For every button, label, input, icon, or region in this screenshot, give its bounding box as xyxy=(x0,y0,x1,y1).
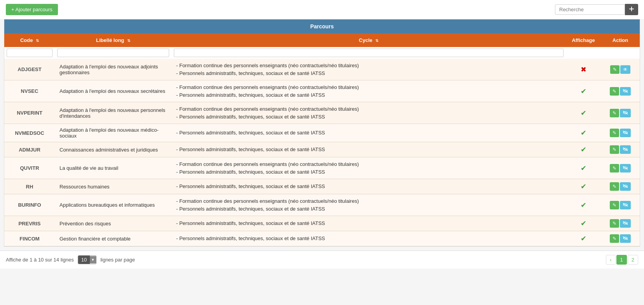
hide-button[interactable] xyxy=(620,234,631,243)
cell-action: ✎ xyxy=(601,216,640,231)
per-page-label: lignes par page xyxy=(100,257,135,263)
cell-affichage: ✔ xyxy=(566,216,601,231)
check-icon: ✔ xyxy=(581,87,586,95)
cell-cycle: - Formation continue des personnels ense… xyxy=(172,80,566,102)
edit-button[interactable]: ✎ xyxy=(610,87,619,96)
search-container xyxy=(555,4,638,15)
cell-cycle: - Formation continue des personnels ense… xyxy=(172,102,566,124)
filter-row xyxy=(4,47,640,59)
filter-libelle-input[interactable] xyxy=(57,49,169,57)
eye-button[interactable]: 👁 xyxy=(620,65,630,74)
cell-code: QUVITR xyxy=(4,157,55,179)
per-page-arrow-icon[interactable]: ▾ xyxy=(90,256,96,263)
edit-button[interactable]: ✎ xyxy=(610,182,619,191)
cell-action: ✎ xyxy=(601,124,640,142)
cell-affichage: ✔ xyxy=(566,124,601,142)
svg-rect-1 xyxy=(631,7,632,11)
hide-button[interactable] xyxy=(620,164,631,173)
footer-info: Affiche de 1 à 10 sur 14 lignes xyxy=(6,257,74,263)
cell-action: ✎ xyxy=(601,142,640,157)
edit-button[interactable]: ✎ xyxy=(610,164,619,173)
cell-cycle: - Formation continue des personnels ense… xyxy=(172,59,566,80)
cell-cycle: - Personnels administratifs, techniques,… xyxy=(172,124,566,142)
edit-button[interactable]: ✎ xyxy=(610,145,619,154)
cell-action: ✎ xyxy=(601,179,640,194)
cell-code: ADJGEST xyxy=(4,59,55,80)
hide-button[interactable] xyxy=(620,129,631,137)
cell-affichage: ✔ xyxy=(566,194,601,216)
cell-action: ✎👁 xyxy=(601,59,640,80)
parcours-table: Code ⇅ Libellé long ⇅ Cycle ⇅ Affichage … xyxy=(4,33,640,246)
filter-cycle-input[interactable] xyxy=(174,49,564,57)
table-row: RHRessources humaines- Personnels admini… xyxy=(4,179,640,194)
table-row: FINCOMGestion financière et comptable- P… xyxy=(4,231,640,246)
hide-button[interactable] xyxy=(620,109,631,117)
hide-button[interactable] xyxy=(620,182,631,191)
check-icon: ✔ xyxy=(581,235,586,242)
cell-affichage: ✔ xyxy=(566,102,601,124)
cell-action: ✎ xyxy=(601,157,640,179)
hide-button[interactable] xyxy=(620,145,631,154)
cell-action: ✎ xyxy=(601,194,640,216)
cell-affichage: ✔ xyxy=(566,80,601,102)
per-page-selector[interactable]: 10 ▾ xyxy=(78,255,96,264)
cell-code: NVPERINT xyxy=(4,102,55,124)
edit-button[interactable]: ✎ xyxy=(610,201,619,209)
search-clear-button[interactable] xyxy=(625,4,638,15)
cross-icon: ✖ xyxy=(581,66,586,73)
cell-code: NVSEC xyxy=(4,80,55,102)
filter-code-input[interactable] xyxy=(7,49,52,57)
edit-button[interactable]: ✎ xyxy=(610,219,619,228)
col-header-action: Action xyxy=(601,33,640,47)
cell-libelle: Ressources humaines xyxy=(55,179,172,194)
cell-cycle: - Formation continue des personnels ense… xyxy=(172,194,566,216)
check-icon: ✔ xyxy=(581,164,586,172)
pagination-page-2-button[interactable]: 2 xyxy=(628,255,638,265)
pagination-page-1-button[interactable]: 1 xyxy=(616,255,627,265)
cell-affichage: ✔ xyxy=(566,179,601,194)
search-input[interactable] xyxy=(555,4,625,15)
table-row: QUVITRLa qualité de vie au travail- Form… xyxy=(4,157,640,179)
cell-affichage: ✔ xyxy=(566,142,601,157)
edit-button[interactable]: ✎ xyxy=(610,65,620,74)
cell-code: PREVRIS xyxy=(4,216,55,231)
cell-action: ✎ xyxy=(601,102,640,124)
cell-code: NVMEDSOC xyxy=(4,124,55,142)
table-row: NVSECAdaptation à l'emploi des nouveaux … xyxy=(4,80,640,102)
edit-button[interactable]: ✎ xyxy=(610,109,619,117)
col-header-affichage: Affichage xyxy=(566,33,601,47)
cell-libelle: Connaissances administratives et juridiq… xyxy=(55,142,172,157)
cell-code: BURINFO xyxy=(4,194,55,216)
cell-libelle: Prévention des risques xyxy=(55,216,172,231)
hide-button[interactable] xyxy=(620,87,631,96)
cell-affichage: ✖ xyxy=(566,59,601,80)
cell-cycle: - Personnels administratifs, techniques,… xyxy=(172,179,566,194)
cell-libelle: Applications bureautiques et informatiqu… xyxy=(55,194,172,216)
col-header-cycle[interactable]: Cycle ⇅ xyxy=(172,33,566,47)
cell-libelle: Adaptation à l'emploi des nouveaux médic… xyxy=(55,124,172,142)
hide-button[interactable] xyxy=(620,219,631,228)
pagination: ‹ 1 2 xyxy=(606,255,638,265)
add-parcours-button[interactable]: + Ajouter parcours xyxy=(6,4,58,15)
edit-button[interactable]: ✎ xyxy=(610,129,619,137)
cell-code: ADMJUR xyxy=(4,142,55,157)
table-row: PREVRISPrévention des risques- Personnel… xyxy=(4,216,640,231)
table-row: ADMJURConnaissances administratives et j… xyxy=(4,142,640,157)
cell-libelle: Gestion financière et comptable xyxy=(55,231,172,246)
table-row: BURINFOApplications bureautiques et info… xyxy=(4,194,640,216)
pagination-prev-button[interactable]: ‹ xyxy=(606,255,615,265)
table-body: ADJGESTAdaptation à l'emploi des nouveau… xyxy=(4,59,640,246)
table-title: Parcours xyxy=(4,19,640,33)
check-icon: ✔ xyxy=(581,183,586,190)
col-header-libelle[interactable]: Libellé long ⇅ xyxy=(55,33,172,47)
parcours-table-container: Parcours Code ⇅ Libellé long ⇅ Cycle ⇅ A… xyxy=(4,19,640,247)
col-header-code[interactable]: Code ⇅ xyxy=(4,33,55,47)
check-icon: ✔ xyxy=(581,146,586,153)
table-row: ADJGESTAdaptation à l'emploi des nouveau… xyxy=(4,59,640,80)
hide-button[interactable] xyxy=(620,201,631,209)
cell-cycle: - Personnels administratifs, techniques,… xyxy=(172,142,566,157)
cell-code: RH xyxy=(4,179,55,194)
top-bar: + Ajouter parcours xyxy=(0,0,644,19)
sort-icon-libelle: ⇅ xyxy=(127,38,130,43)
edit-button[interactable]: ✎ xyxy=(610,234,619,243)
